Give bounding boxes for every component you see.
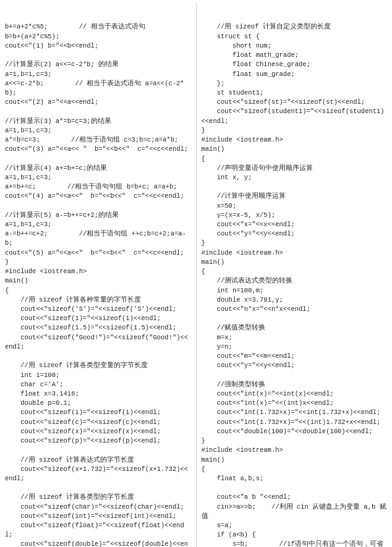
right-column: //用 sizeof 计算自定义类型的长度 struct st { short … [198,2,391,547]
left-column: b+=a+2*c%5; // 相当于表达式语句 b=b+(a+2*c%5); c… [1,2,195,547]
left-code-block: b+=a+2*c%5; // 相当于表达式语句 b=b+(a+2*c%5); c… [5,22,191,547]
page-container: b+=a+2*c%5; // 相当于表达式语句 b=b+(a+2*c%5); c… [0,0,392,547]
column-divider [196,2,197,547]
right-code-block: //用 sizeof 计算自定义类型的长度 struct st { short … [202,22,388,547]
